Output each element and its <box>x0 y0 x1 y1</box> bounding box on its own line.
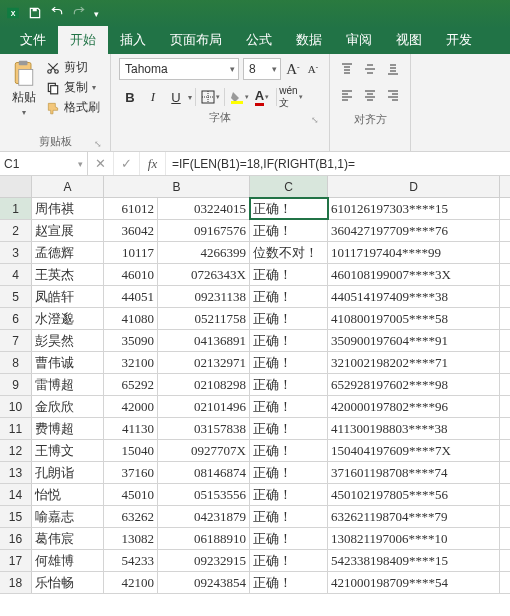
cell[interactable]: 02101496 <box>158 396 250 417</box>
row-header[interactable]: 3 <box>0 242 32 263</box>
row-header[interactable]: 15 <box>0 506 32 527</box>
cell[interactable]: 61012 <box>104 198 158 219</box>
row-header[interactable]: 13 <box>0 462 32 483</box>
col-header-D[interactable]: D <box>328 176 500 197</box>
cell[interactable]: 46010 <box>104 264 158 285</box>
row-header[interactable]: 10 <box>0 396 32 417</box>
tab-formulas[interactable]: 公式 <box>234 26 284 54</box>
font-name-select[interactable]: Tahoma <box>119 58 239 80</box>
cell[interactable]: 正确！ <box>250 396 328 417</box>
row-header[interactable]: 4 <box>0 264 32 285</box>
cell[interactable]: 13082 <box>104 528 158 549</box>
format-painter-button[interactable]: 格式刷 <box>46 99 100 116</box>
tab-file[interactable]: 文件 <box>8 26 58 54</box>
tab-view[interactable]: 视图 <box>384 26 434 54</box>
cell[interactable]: 09232915 <box>158 550 250 571</box>
cut-button[interactable]: 剪切 <box>46 59 100 76</box>
cell[interactable]: 410800197005****58 <box>328 308 500 329</box>
cell[interactable]: 652928197602****98 <box>328 374 500 395</box>
cell[interactable]: 正确！ <box>250 550 328 571</box>
font-launcher-icon[interactable]: ⤡ <box>311 115 319 125</box>
row-header[interactable]: 14 <box>0 484 32 505</box>
align-center-icon[interactable] <box>359 84 381 106</box>
cell[interactable]: 450102197805****56 <box>328 484 500 505</box>
cell[interactable]: 正确！ <box>250 440 328 461</box>
tab-insert[interactable]: 插入 <box>108 26 158 54</box>
cell[interactable]: 喻嘉志 <box>32 506 104 527</box>
cell[interactable]: 41080 <box>104 308 158 329</box>
tab-developer[interactable]: 开发 <box>434 26 484 54</box>
cell[interactable]: 440514197409****38 <box>328 286 500 307</box>
font-color-button[interactable]: A <box>251 86 273 108</box>
row-header[interactable]: 7 <box>0 330 32 351</box>
tab-page-layout[interactable]: 页面布局 <box>158 26 234 54</box>
paste-button[interactable]: 粘贴 ▾ <box>6 57 42 132</box>
formula-enter-icon[interactable]: ✓ <box>114 152 140 175</box>
cell[interactable]: 371601198708****74 <box>328 462 500 483</box>
cell[interactable]: 怡悦 <box>32 484 104 505</box>
phonetic-button[interactable]: wén文 <box>280 86 302 108</box>
cell[interactable]: 周伟祺 <box>32 198 104 219</box>
copy-button[interactable]: 复制▾ <box>46 79 100 96</box>
col-header-B[interactable]: B <box>104 176 250 197</box>
col-header-C[interactable]: C <box>250 176 328 197</box>
cell[interactable]: 06188910 <box>158 528 250 549</box>
cell[interactable]: 0726343X <box>158 264 250 285</box>
cell[interactable]: 65292 <box>104 374 158 395</box>
cell[interactable]: 45010 <box>104 484 158 505</box>
row-header[interactable]: 1 <box>0 198 32 219</box>
cell[interactable]: 130821197006****10 <box>328 528 500 549</box>
cell[interactable]: 雷博超 <box>32 374 104 395</box>
cell[interactable]: 10117 <box>104 242 158 263</box>
bold-button[interactable]: B <box>119 86 141 108</box>
cell[interactable]: 42100 <box>104 572 158 593</box>
row-header[interactable]: 17 <box>0 550 32 571</box>
cell[interactable]: 05211758 <box>158 308 250 329</box>
align-right-icon[interactable] <box>382 84 404 106</box>
cell[interactable]: 凤皓轩 <box>32 286 104 307</box>
fx-icon[interactable]: fx <box>140 152 166 175</box>
cell[interactable]: 乐怡畅 <box>32 572 104 593</box>
align-middle-icon[interactable] <box>359 58 381 80</box>
formula-cancel-icon[interactable]: ✕ <box>88 152 114 175</box>
cell[interactable]: 0927707X <box>158 440 250 461</box>
cell[interactable]: 正确！ <box>250 352 328 373</box>
cell[interactable]: 411300198803****38 <box>328 418 500 439</box>
cell[interactable]: 44051 <box>104 286 158 307</box>
cell[interactable]: 正确！ <box>250 572 328 593</box>
cell[interactable]: 36042 <box>104 220 158 241</box>
border-button[interactable] <box>199 86 221 108</box>
cell[interactable]: 彭昊然 <box>32 330 104 351</box>
row-header[interactable]: 2 <box>0 220 32 241</box>
cell[interactable]: 正确！ <box>250 462 328 483</box>
cell[interactable]: 正确！ <box>250 484 328 505</box>
decrease-font-icon[interactable]: Aˇ <box>305 59 321 79</box>
cell[interactable]: 42000 <box>104 396 158 417</box>
row-header[interactable]: 11 <box>0 418 32 439</box>
cell[interactable]: 420000197802****96 <box>328 396 500 417</box>
cell[interactable]: 32100 <box>104 352 158 373</box>
fill-color-button[interactable] <box>228 86 250 108</box>
cell[interactable]: 542338198409****15 <box>328 550 500 571</box>
row-header[interactable]: 6 <box>0 308 32 329</box>
align-top-icon[interactable] <box>336 58 358 80</box>
row-header[interactable]: 9 <box>0 374 32 395</box>
save-icon[interactable] <box>28 6 42 23</box>
align-left-icon[interactable] <box>336 84 358 106</box>
row-header[interactable]: 12 <box>0 440 32 461</box>
cell[interactable]: 位数不对！ <box>250 242 328 263</box>
cell[interactable]: 37160 <box>104 462 158 483</box>
cell[interactable]: 何雄博 <box>32 550 104 571</box>
cell[interactable]: 63262 <box>104 506 158 527</box>
name-box[interactable]: C1 <box>0 152 88 175</box>
cell[interactable]: 04136891 <box>158 330 250 351</box>
cell[interactable]: 321002198202****71 <box>328 352 500 373</box>
cell[interactable]: 王英杰 <box>32 264 104 285</box>
cell[interactable]: 632621198704****79 <box>328 506 500 527</box>
qat-dropdown-icon[interactable]: ▾ <box>94 9 99 19</box>
cell[interactable]: 水澄邈 <box>32 308 104 329</box>
cell[interactable]: 正确！ <box>250 286 328 307</box>
tab-review[interactable]: 审阅 <box>334 26 384 54</box>
row-header[interactable]: 16 <box>0 528 32 549</box>
cell[interactable]: 正确！ <box>250 198 328 219</box>
